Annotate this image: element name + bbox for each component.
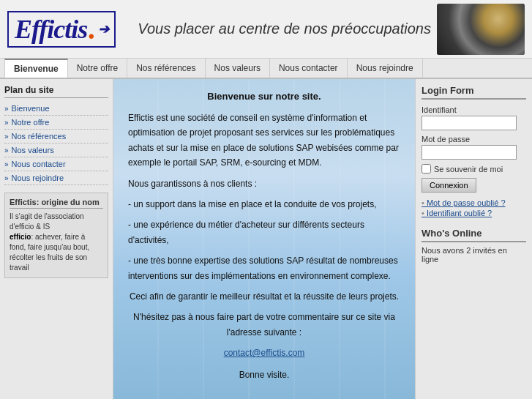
password-label: Mot de passe <box>422 135 526 143</box>
arrow-icon: » <box>4 174 9 182</box>
forgot-password-link[interactable]: Mot de passe oublié ? <box>422 198 526 207</box>
identifiant-input[interactable] <box>422 116 517 130</box>
content-email[interactable]: contact@effictis.com <box>128 346 400 360</box>
password-input[interactable] <box>422 145 517 160</box>
sidebar: Plan du site » Bienvenue » Notre offre »… <box>0 79 113 399</box>
nav-nous-rejoindre[interactable]: Nous rejoindre <box>348 59 423 78</box>
content-background: Bienvenue sur notre site. Effictis est u… <box>113 79 415 399</box>
origin-bold: efficio <box>10 233 31 241</box>
who-online-text: Nous avons 2 invités en ligne <box>422 246 526 264</box>
email-link[interactable]: contact@effictis.com <box>224 348 305 358</box>
content-title: Bienvenue sur notre site. <box>128 91 400 102</box>
effictis-origin-text: Il s'agit de l'association d'efficio & I… <box>10 212 103 273</box>
sidebar-item-label: Nous rejoindre <box>12 174 64 182</box>
logo-arrow: ➔ <box>98 21 108 37</box>
logo-dot: . <box>89 15 95 44</box>
connexion-button[interactable]: Connexion <box>422 178 476 193</box>
content-para1: Effictis est une société de conseil en s… <box>128 111 400 171</box>
content-bullet3: - une très bonne expertise des solutions… <box>128 253 400 283</box>
remember-checkbox[interactable] <box>422 164 431 174</box>
effictis-origin-title: Effictis: origine du nom <box>10 198 103 209</box>
tagline: Vous placer au centre de nos préoccupati… <box>138 20 431 37</box>
closing-text: Bonne visite. <box>239 370 290 380</box>
nav-nos-references[interactable]: Nos références <box>127 59 205 78</box>
sidebar-item-nous-rejoindre[interactable]: » Nous rejoindre <box>4 171 108 185</box>
sidebar-item-nos-references[interactable]: » Nos références <box>4 130 108 143</box>
dartboard-icon <box>437 4 525 55</box>
identifiant-label: Identifiant <box>422 105 526 114</box>
header: Effictis. ➔ Vous placer au centre de nos… <box>0 0 532 59</box>
login-form-title: Login Form <box>422 85 526 100</box>
logo-letter: E <box>15 14 31 45</box>
origin-text-part1: Il s'agit de l'association d'efficio & I… <box>10 212 84 231</box>
who-online-title: Who's Online <box>422 228 526 242</box>
content-para3: Ceci afin de garantir le meilleur résult… <box>128 289 400 304</box>
content-closing: Bonne visite. <box>128 368 400 382</box>
arrow-icon: » <box>4 105 9 113</box>
sidebar-item-nous-contacter[interactable]: » Nous contacter <box>4 157 108 171</box>
content-bullet2: - une expérience du métier d'acheteur su… <box>128 217 400 247</box>
arrow-icon: » <box>4 133 9 141</box>
nav-notre-offre[interactable]: Notre offre <box>68 59 127 78</box>
sidebar-item-nos-valeurs[interactable]: » Nos valeurs <box>4 143 108 157</box>
remember-row: Se souvenir de moi <box>422 164 526 174</box>
sidebar-item-label: Nos valeurs <box>12 146 54 154</box>
forgot-id-link[interactable]: Identifiant oublié ? <box>422 209 526 217</box>
sidebar-item-notre-offre[interactable]: » Notre offre <box>4 116 108 130</box>
sidebar-item-bienvenue[interactable]: » Bienvenue <box>4 102 108 116</box>
who-online-section: Who's Online Nous avons 2 invités en lig… <box>422 228 526 264</box>
nav-bienvenue[interactable]: Bienvenue <box>4 59 68 78</box>
nav-nos-valeurs[interactable]: Nos valeurs <box>206 59 270 78</box>
logo-text: ffictis <box>31 14 87 45</box>
navigation: Bienvenue Notre offre Nos références Nos… <box>0 59 532 79</box>
sidebar-item-label: Nous contacter <box>12 160 66 168</box>
sidebar-item-label: Nos références <box>12 132 67 141</box>
arrow-icon: » <box>4 119 9 127</box>
sidebar-item-label: Bienvenue <box>12 104 50 113</box>
content-para2: Nous garantissons à nos clients : <box>128 176 400 191</box>
main-content: Bienvenue sur notre site. Effictis est u… <box>113 79 415 399</box>
arrow-icon: » <box>4 160 9 168</box>
arrow-icon: » <box>4 146 9 154</box>
sidebar-plan-title: Plan du site <box>4 85 108 98</box>
content-bullet1: - un support dans la mise en place et la… <box>128 197 400 212</box>
main-area: Plan du site » Bienvenue » Notre offre »… <box>0 79 532 399</box>
effictis-origin-box: Effictis: origine du nom Il s'agit de l'… <box>4 193 108 278</box>
header-image <box>437 4 525 55</box>
remember-label: Se souvenir de moi <box>434 165 503 174</box>
right-sidebar: Login Form Identifiant Mot de passe Se s… <box>415 79 532 399</box>
logo: Effictis. ➔ <box>7 11 116 48</box>
content-para4: N'hésitez pas à nous faire part de votre… <box>128 310 400 340</box>
nav-nous-contacter[interactable]: Nous contacter <box>270 59 348 78</box>
sidebar-item-label: Notre offre <box>12 118 50 127</box>
